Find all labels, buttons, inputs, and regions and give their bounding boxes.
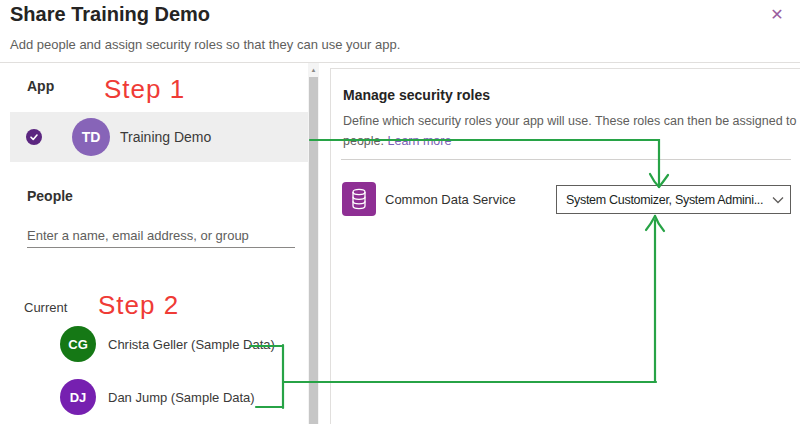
people-section-label: People — [27, 188, 73, 204]
selected-check-icon — [26, 129, 42, 145]
dialog-title: Share Training Demo — [10, 3, 210, 26]
user-name: Dan Jump (Sample Data) — [108, 390, 255, 405]
security-roles-dropdown[interactable]: System Customizer, System Admini... — [556, 185, 791, 214]
app-list-item-training-demo[interactable]: TD Training Demo — [10, 112, 308, 162]
header-divider — [0, 62, 800, 63]
close-icon: ✕ — [770, 5, 783, 24]
step2-annotation: Step 2 — [98, 290, 179, 321]
user-name: Christa Geller (Sample Data) — [108, 337, 275, 352]
dialog-subtitle: Add people and assign security roles so … — [10, 37, 400, 52]
database-icon — [342, 182, 376, 216]
scrollbar-thumb[interactable] — [309, 77, 318, 424]
roles-divider — [341, 159, 791, 160]
user-list-item[interactable]: CG Christa Geller (Sample Data) — [60, 325, 300, 363]
app-avatar: TD — [72, 118, 110, 156]
app-name: Training Demo — [120, 112, 211, 162]
share-app-dialog: Share Training Demo ✕ Add people and ass… — [0, 0, 800, 424]
user-avatar: CG — [60, 326, 96, 362]
roles-description: Define which security roles your app wil… — [343, 111, 800, 151]
chevron-down-icon — [772, 196, 784, 204]
step1-annotation: Step 1 — [104, 74, 185, 105]
app-section-label: App — [27, 78, 54, 94]
left-panel-scrollbar[interactable]: ▲ — [308, 63, 319, 424]
manage-roles-panel: Manage security roles Define which secur… — [330, 68, 800, 424]
user-avatar: DJ — [60, 379, 96, 415]
people-search-input[interactable] — [27, 224, 295, 248]
scrollbar-up-icon[interactable]: ▲ — [308, 63, 319, 76]
current-label: Current — [24, 300, 67, 315]
roles-dropdown-value: System Customizer, System Admini... — [566, 193, 768, 207]
roles-heading: Manage security roles — [343, 87, 490, 103]
service-name: Common Data Service — [385, 182, 516, 216]
user-list-item[interactable]: DJ Dan Jump (Sample Data) — [60, 378, 300, 416]
learn-more-link[interactable]: Learn more — [388, 134, 452, 148]
close-button[interactable]: ✕ — [764, 1, 790, 27]
